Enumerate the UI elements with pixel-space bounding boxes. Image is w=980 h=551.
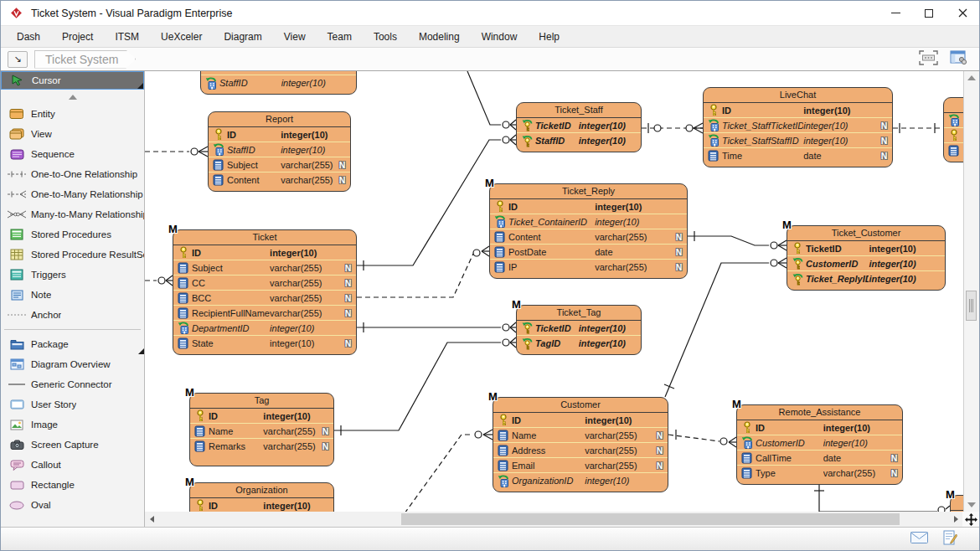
relationship-line[interactable] — [199, 152, 208, 157]
menu-diagram[interactable]: Diagram — [213, 27, 272, 47]
entity-column-row[interactable]: RecipientFullNamevarchar(255)N — [173, 306, 356, 321]
palette-item-one-to-many[interactable]: One-to-Many Relationship — [1, 184, 144, 204]
scroll-right-arrow[interactable] — [949, 512, 962, 527]
relationship-line[interactable] — [483, 435, 493, 440]
vertical-scrollbar[interactable] — [963, 71, 979, 512]
palette-item-stored-procedure-resultset[interactable]: Stored Procedure ResultSet — [1, 245, 144, 265]
relationship-line[interactable] — [778, 263, 787, 268]
entity-column-row[interactable]: Subjectvarchar(255)N — [173, 260, 356, 276]
close-button[interactable] — [946, 1, 979, 25]
entity-customer[interactable]: MCustomerIDinteger(10)Namevarchar(255)NA… — [493, 397, 668, 492]
menu-window[interactable]: Window — [471, 27, 529, 47]
entity-column-row[interactable]: IDinteger(10) — [173, 245, 356, 260]
entity-staff-partial[interactable]: StaffIDinteger(10) — [200, 71, 357, 95]
entity-column-row[interactable]: CustomerIDinteger(10) — [787, 256, 945, 271]
palette-item-sequence[interactable]: Sequence — [1, 144, 144, 164]
entity-column-row[interactable]: Stateinteger(10)N — [173, 336, 356, 351]
entity-column-row[interactable]: Ticket_StaffStaffIDinteger(10)N — [704, 133, 892, 148]
model-panel-icon[interactable] — [950, 50, 967, 69]
entity-ticket-customer[interactable]: MTicket_CustomerTicketIDinteger(10)Custo… — [787, 225, 946, 291]
vertical-scroll-thumb[interactable] — [966, 291, 977, 321]
entity-column-row[interactable]: CustomerIDinteger(10) — [737, 435, 902, 451]
scroll-left-arrow[interactable] — [145, 512, 158, 527]
entity-column-row[interactable]: StaffIDinteger(10) — [209, 142, 350, 157]
relationship-line[interactable] — [483, 430, 493, 435]
entity-ticket-staff[interactable]: Ticket_StaffTicketIDinteger(10)StaffIDin… — [516, 102, 642, 152]
palette-item-note[interactable]: Note — [1, 285, 144, 305]
entity-column-row[interactable]: Contentvarchar(255)N — [490, 229, 687, 245]
entity-column-row[interactable]: TicketIDinteger(10) — [787, 241, 945, 256]
entity-column-row[interactable]: TimedateN — [704, 148, 892, 163]
entity-edge-partial-bottom[interactable]: M — [950, 495, 963, 512]
menu-modeling[interactable]: Modeling — [408, 27, 471, 47]
entity-column-row[interactable]: Subjectvarchar(255)N — [209, 157, 350, 173]
entity-column-row[interactable] — [944, 143, 963, 158]
entity-column-row[interactable]: PostDatedateN — [490, 245, 687, 260]
entity-column-row[interactable]: BCCvarchar(255)N — [173, 291, 356, 306]
collapse-toolbar-button[interactable]: ↘ — [8, 51, 28, 68]
entity-column-row[interactable]: Namevarchar(255)N — [493, 428, 668, 443]
relationship-line[interactable] — [482, 246, 489, 251]
relationship-line[interactable] — [510, 337, 516, 342]
relationship-line[interactable] — [665, 263, 769, 397]
palette-item-cursor[interactable]: Cursor — [1, 71, 144, 90]
entity-tag[interactable]: MTagIDinteger(10)Namevarchar(255)NRemark… — [189, 393, 334, 466]
relationship-line[interactable] — [357, 254, 473, 297]
maximize-button[interactable] — [912, 1, 946, 25]
menu-uexceler[interactable]: UeXceler — [150, 27, 213, 47]
relationship-line[interactable] — [778, 245, 787, 250]
entity-column-row[interactable]: TicketIDinteger(10) — [517, 118, 641, 133]
entity-column-row[interactable]: Ticket_StaffTicketIDinteger(10)N — [704, 118, 892, 133]
scroll-up-arrow[interactable] — [964, 71, 979, 85]
palette-item-package[interactable]: Package — [1, 334, 144, 354]
entity-ticket[interactable]: MTicketIDinteger(10)Subjectvarchar(255)N… — [173, 229, 357, 355]
horizontal-scroll-thumb[interactable] — [401, 513, 900, 525]
relationship-line[interactable] — [357, 140, 501, 265]
relationship-line[interactable] — [510, 342, 516, 348]
entity-column-row[interactable]: Remarksvarchar(255)N — [190, 439, 333, 454]
vertical-scroll-track[interactable] — [964, 85, 979, 498]
entity-column-row[interactable]: Contentvarchar(255)N — [209, 173, 350, 188]
relationship-line[interactable] — [510, 125, 516, 130]
entity-column-row[interactable]: TagIDinteger(10) — [517, 336, 641, 351]
entity-column-row[interactable]: CCvarchar(255)N — [173, 276, 356, 291]
relationship-line[interactable] — [729, 437, 736, 442]
relationship-line[interactable] — [688, 236, 769, 245]
relationship-line[interactable] — [482, 251, 489, 256]
fit-to-window-icon[interactable] — [919, 50, 938, 69]
entity-column-row[interactable]: IDinteger(10) — [490, 199, 687, 214]
entity-column-row[interactable]: CallTimedateN — [737, 451, 902, 466]
palette-item-oval[interactable]: Oval — [1, 495, 144, 512]
entity-organization[interactable]: MOrganizationIDinteger(10) — [189, 482, 334, 512]
entity-column-row[interactable]: Addressvarchar(255)N — [493, 443, 668, 458]
palette-item-callout[interactable]: Callout — [1, 455, 144, 475]
pan-tool-button[interactable] — [962, 512, 979, 527]
entity-column-row[interactable]: IDinteger(10) — [190, 409, 333, 424]
relationship-line[interactable] — [405, 435, 473, 512]
menu-itsm[interactable]: ITSM — [104, 27, 150, 47]
entity-column-row[interactable]: DepartmentIDinteger(10) — [173, 321, 356, 336]
relationship-line[interactable] — [819, 484, 937, 512]
entity-report[interactable]: ReportIDinteger(10)StaffIDinteger(10)Sub… — [208, 111, 351, 192]
palette-item-rectangle[interactable]: Rectangle — [1, 475, 144, 495]
entity-edge-partial-top[interactable] — [943, 97, 963, 162]
entity-column-row[interactable]: TicketIDinteger(10) — [517, 321, 641, 336]
entity-column-row[interactable]: Ticket_ReplyIDinteger(10) — [787, 271, 945, 286]
relationship-line[interactable] — [694, 128, 703, 133]
entity-column-row[interactable]: Emailvarchar(255)N — [493, 458, 668, 473]
entity-column-row[interactable]: IDinteger(10) — [737, 420, 902, 435]
palette-item-stored-procedures[interactable]: Stored Procedures — [1, 224, 144, 245]
entity-livechat[interactable]: LiveChatIDinteger(10)Ticket_StaffTicketI… — [703, 87, 893, 167]
relationship-line[interactable] — [467, 71, 501, 125]
entity-ticket-reply[interactable]: MTicket_ReplyIDinteger(10)Ticket_Contain… — [489, 183, 688, 279]
relationship-line[interactable] — [510, 322, 516, 327]
entity-column-row[interactable]: StaffIDinteger(10) — [201, 75, 356, 90]
entity-column-row[interactable]: IDinteger(10) — [493, 413, 668, 428]
horizontal-scrollbar[interactable] — [145, 512, 962, 527]
minimize-button[interactable] — [879, 1, 912, 25]
entity-column-row[interactable]: StaffIDinteger(10) — [517, 133, 641, 148]
palette-item-many-to-many[interactable]: Many-to-Many Relationship — [1, 204, 144, 224]
menu-dash[interactable]: Dash — [6, 27, 51, 47]
palette-item-user-story[interactable]: User Story — [1, 394, 144, 415]
palette-item-view[interactable]: View — [1, 124, 144, 144]
